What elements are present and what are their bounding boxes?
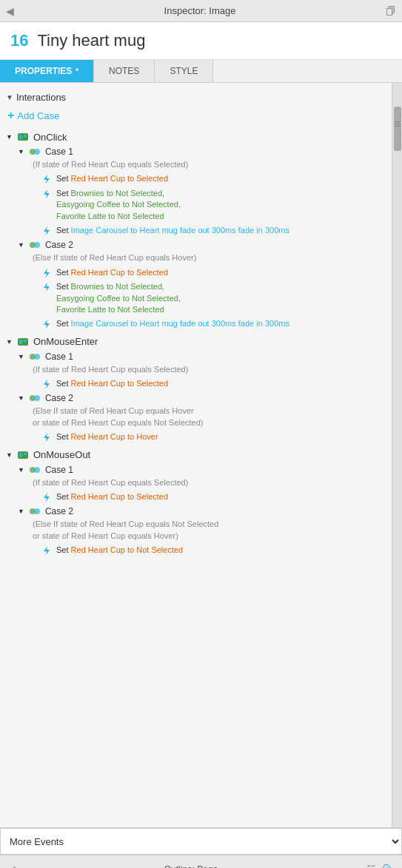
onclick-case1-action2: Set Brownies to Not Selected,Easygoing C… [36,186,392,223]
onmouseenter-case1-condition: (If state of Red Heart Cup equals Select… [12,364,392,377]
onclick-case1-condition: (If state of Red Heart Cup equals Select… [12,159,392,172]
bolt-icon [41,432,52,443]
collapse-onmouseout-icon[interactable]: ▼ [6,451,13,459]
svg-rect-2 [24,135,27,137]
collapse-mo-case1-icon[interactable]: ▼ [18,466,24,474]
event-onclick-row: ▼ OnClick [0,129,392,144]
onclick-case2-action1: Set Red Heart Cup to Selected [36,266,392,280]
svg-rect-14 [19,340,22,344]
trigger-icon [17,449,29,461]
onclick-case2-row: ▼ Case 2 [12,238,392,252]
collapse-mo-case2-icon[interactable]: ▼ [18,508,24,515]
add-case-plus-icon: + [7,109,14,122]
onmouseout-case1-label: Case 1 [45,465,73,475]
bolt-icon [41,268,52,278]
collapse-case1-icon[interactable]: ▼ [18,148,24,155]
svg-marker-7 [44,226,50,235]
bolt-icon [41,174,52,184]
svg-point-29 [34,508,40,514]
collapse-onmouseenter-icon[interactable]: ▼ [6,338,13,346]
bolt-icon [41,545,52,556]
onclick-case1-action3: Set Image Carousel to Heart mug fade out… [36,223,392,238]
tab-style[interactable]: STYLE [155,60,213,82]
event-onmouseout: ▼ OnMouseOut ▼ Case 1 (If [0,448,392,558]
event-onmouseout-label: OnMouseOut [33,449,90,460]
bolt-icon [41,189,52,199]
scrollbar-thumb[interactable] [394,107,401,151]
svg-marker-27 [44,493,50,502]
onclick-case2-action3: Set Image Carousel to Heart mug fade out… [36,317,392,331]
onclick-case1: ▼ Case 1 (If state of Red Heart Cup equa… [12,144,392,238]
onmouseout-case2-action1-text: Set Red Heart Cup to Not Selected [56,545,183,556]
bolt-icon [41,226,52,236]
svg-marker-18 [44,380,50,388]
main-content: ▼ Interactions + Add Case ▼ OnClick [0,83,402,827]
collapse-case2-icon[interactable]: ▼ [18,241,24,249]
tab-notes[interactable]: NOTES [94,60,155,82]
onclick-case1-action1: Set Red Heart Cup to Selected [36,172,392,186]
svg-marker-30 [44,546,50,555]
arrow-left-icon[interactable]: ◀ [6,5,14,17]
bolt-icon [41,282,52,292]
trigger-icon [17,336,29,348]
svg-marker-21 [44,433,50,442]
onclick-case2-condition: (Else If state of Red Heart Cup equals H… [12,252,392,265]
event-onmouseout-row: ▼ OnMouseOut [0,448,392,462]
interactions-section-header: ▼ Interactions [0,89,392,106]
onmouseout-case2-actions: Set Red Heart Cup to Not Selected [36,543,392,557]
case-icon [29,505,41,517]
scroll-area[interactable]: ▼ Interactions + Add Case ▼ OnClick [0,83,392,827]
item-number: 16 [10,31,28,50]
scrollbar[interactable] [392,83,402,827]
collapse-onclick-icon[interactable]: ▼ [6,133,13,141]
inspector-title: Inspector: Image [14,5,386,16]
onmouseout-case1-condition: (If state of Red Heart Cup equals Select… [12,477,392,490]
onclick-case1-actions: Set Red Heart Cup to Selected Set Browni… [36,172,392,238]
svg-marker-12 [44,320,50,329]
case-icon [29,351,41,363]
onmouseout-case2: ▼ Case 2 (Else If state of Red Heart Cup… [12,504,392,557]
bottom-bar: ◀ Outline: Page ☷ 🔍 [0,855,402,868]
tab-properties[interactable]: PROPERTIES * [0,60,94,82]
onclick-case2-action2-text: Set Brownies to Not Selected,Easygoing C… [56,281,181,315]
more-events-select[interactable]: More Events [0,828,402,855]
header: 16 Tiny heart mug [0,22,402,60]
search-icon[interactable]: 🔍 [382,864,395,869]
svg-point-20 [34,395,40,401]
arrow-left-icon[interactable]: ◀ [7,864,16,869]
case-icon [29,464,41,476]
bolt-icon [41,319,52,329]
document-icon[interactable]: 🗍 [386,5,396,17]
trigger-icon [17,131,29,143]
event-onmouseenter-label: OnMouseEnter [33,336,98,347]
onmouseenter-case2-action1-text: Set Red Heart Cup to Hover [56,431,158,443]
event-onclick-label: OnClick [33,132,67,143]
event-onmouseenter-row: ▼ OnMouseEnter [0,334,392,349]
case-icon [29,239,41,251]
onmouseenter-case1-action1-text: Set Red Heart Cup to Selected [56,378,168,389]
chevron-down-icon[interactable]: ▼ [6,93,13,101]
onmouseenter-case2-row: ▼ Case 2 [12,391,392,406]
case-icon [29,146,41,158]
onmouseenter-case2-actions: Set Red Heart Cup to Hover [36,430,392,444]
collapse-me-case1-icon[interactable]: ▼ [18,353,24,360]
event-onclick: ▼ OnClick ▼ Case 1 [0,129,392,332]
add-case-row: + Add Case [0,106,392,129]
svg-point-4 [34,149,40,155]
svg-rect-24 [24,453,27,455]
onmouseenter-case1-label: Case 1 [45,351,73,362]
filter-icon[interactable]: ☷ [366,864,376,869]
onmouseout-case1-action1-text: Set Red Heart Cup to Selected [56,491,168,502]
onclick-case2-action2: Set Brownies to Not Selected,Easygoing C… [36,280,392,317]
case-icon [29,392,41,404]
bolt-icon [41,379,52,389]
bottom-bar-actions: ☷ 🔍 [366,864,395,869]
onmouseout-case2-label: Case 2 [45,506,73,517]
add-case-link[interactable]: Add Case [17,110,59,121]
svg-rect-1 [19,135,22,139]
collapse-me-case2-icon[interactable]: ▼ [18,394,24,402]
onmouseout-case2-row: ▼ Case 2 [12,504,392,519]
outline-title: Outline: Page [164,864,218,869]
svg-point-9 [34,242,40,248]
tab-bar: PROPERTIES * NOTES STYLE [0,60,402,83]
